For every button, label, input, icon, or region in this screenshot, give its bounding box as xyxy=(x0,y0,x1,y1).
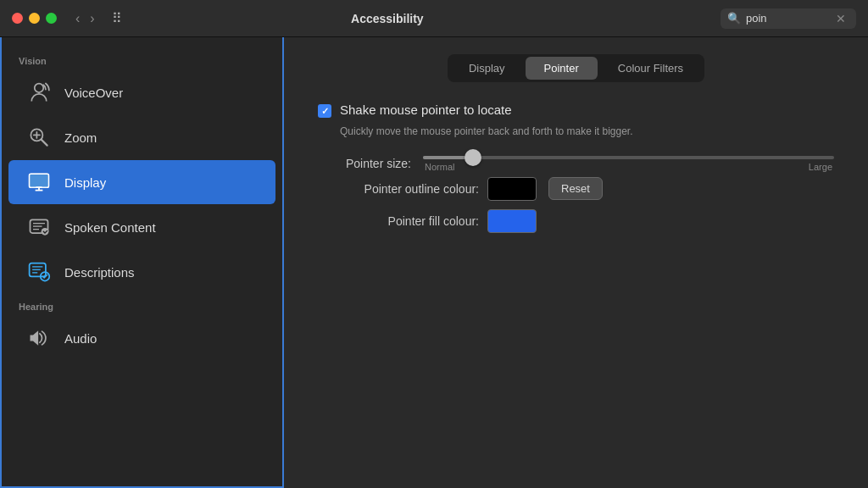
traffic-lights xyxy=(12,13,57,24)
shake-checkbox-row: ✓ Shake mouse pointer to locate xyxy=(318,103,834,118)
content-area: Display Pointer Colour Filters ✓ Shake m… xyxy=(284,37,868,488)
tab-pointer[interactable]: Pointer xyxy=(526,57,598,80)
pointer-size-slider-container: Normal Large xyxy=(423,156,834,172)
window-title: Accessibility xyxy=(63,12,712,25)
slider-track xyxy=(423,156,834,159)
pointer-fill-row: Pointer fill colour: xyxy=(335,209,834,233)
vision-section-label: Vision xyxy=(2,49,282,69)
pointer-outline-label: Pointer outline colour: xyxy=(335,182,479,196)
svg-point-0 xyxy=(35,84,44,93)
sidebar-item-voiceover[interactable]: VoiceOver xyxy=(8,70,275,114)
search-icon: 🔍 xyxy=(727,12,741,25)
search-clear-icon[interactable]: ✕ xyxy=(836,12,846,25)
slider-max-label: Large xyxy=(809,162,832,172)
tab-colour-filters[interactable]: Colour Filters xyxy=(599,57,702,80)
descriptions-label: Descriptions xyxy=(64,265,135,280)
checkmark-icon: ✓ xyxy=(321,106,329,117)
reset-button[interactable]: Reset xyxy=(548,177,603,200)
spoken-content-label: Spoken Content xyxy=(64,220,156,235)
close-button[interactable] xyxy=(12,13,23,24)
voiceover-icon xyxy=(25,79,53,106)
sidebar-item-descriptions[interactable]: Descriptions xyxy=(8,250,275,294)
main-layout: Vision VoiceOver Zo xyxy=(0,37,868,488)
spoken-content-icon xyxy=(25,214,53,241)
svg-point-14 xyxy=(42,228,49,236)
slider-thumb[interactable] xyxy=(465,149,481,166)
slider-min-label: Normal xyxy=(425,162,454,172)
shake-checkbox-description: Quickly move the mouse pointer back and … xyxy=(340,125,834,139)
search-bar[interactable]: 🔍 ✕ xyxy=(721,8,856,29)
pointer-size-row: Pointer size: Normal Large xyxy=(318,156,834,172)
sidebar-item-zoom[interactable]: Zoom xyxy=(8,115,275,159)
pointer-size-label: Pointer size: xyxy=(318,157,411,170)
sidebar-item-spoken-content[interactable]: Spoken Content xyxy=(8,205,275,249)
pointer-fill-label: Pointer fill colour: xyxy=(335,214,479,228)
pointer-outline-swatch[interactable] xyxy=(487,177,537,201)
titlebar: ‹ › ⠿ Accessibility 🔍 ✕ xyxy=(0,0,868,37)
voiceover-label: VoiceOver xyxy=(64,86,123,100)
pointer-fill-swatch[interactable] xyxy=(487,209,537,233)
display-label: Display xyxy=(64,175,106,190)
pointer-outline-row: Pointer outline colour: Reset xyxy=(335,177,834,201)
tab-bar: Display Pointer Colour Filters xyxy=(448,54,704,82)
tab-display[interactable]: Display xyxy=(450,57,524,80)
zoom-icon xyxy=(25,124,53,151)
zoom-label: Zoom xyxy=(64,130,97,145)
hearing-section-label: Hearing xyxy=(2,295,282,315)
sidebar: Vision VoiceOver Zo xyxy=(0,37,284,488)
minimize-button[interactable] xyxy=(29,13,40,24)
display-icon xyxy=(25,169,53,196)
shake-checkbox-label: Shake mouse pointer to locate xyxy=(340,103,512,117)
sidebar-item-audio[interactable]: Audio xyxy=(8,316,275,360)
sidebar-item-display[interactable]: Display xyxy=(8,160,275,204)
descriptions-icon xyxy=(25,258,53,286)
content-body: ✓ Shake mouse pointer to locate Quickly … xyxy=(309,103,843,233)
search-input[interactable] xyxy=(746,12,831,25)
audio-label: Audio xyxy=(64,331,97,346)
svg-rect-6 xyxy=(30,174,49,187)
audio-icon xyxy=(25,324,53,352)
slider-labels: Normal Large xyxy=(423,162,834,172)
maximize-button[interactable] xyxy=(46,13,57,24)
svg-line-2 xyxy=(42,140,47,146)
shake-checkbox[interactable]: ✓ xyxy=(318,104,331,118)
